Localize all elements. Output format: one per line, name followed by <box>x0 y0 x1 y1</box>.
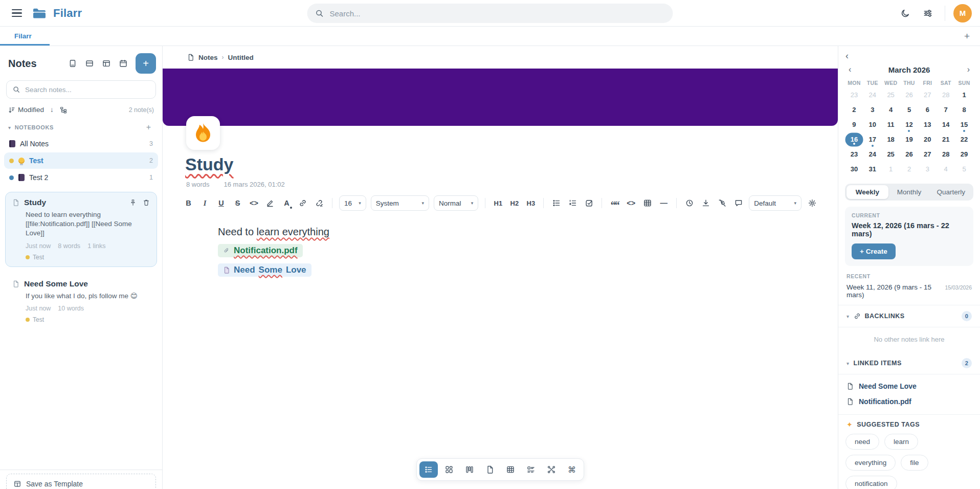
timestamp-button[interactable] <box>682 195 697 211</box>
paragraph-style-select[interactable]: Normal▾ <box>434 195 478 211</box>
linked-items-header[interactable]: ▾ LINKED ITEMS 2 <box>838 352 980 374</box>
calendar-day-6[interactable]: 6 <box>918 102 937 117</box>
horizontal-rule-button[interactable]: — <box>656 195 671 211</box>
calendar-day-14[interactable]: 14 <box>937 117 955 132</box>
calendar-day-12[interactable]: 12 <box>900 117 919 132</box>
calendar-day-18[interactable]: 18 <box>882 132 900 147</box>
calendar-day-26[interactable]: 26 <box>900 147 919 162</box>
sort-by-button[interactable]: Modified <box>8 106 44 114</box>
heading-2-button[interactable]: H2 <box>507 195 522 211</box>
calendar-day-29[interactable]: 29 <box>955 147 973 162</box>
calendar-day-24[interactable]: 24 <box>863 147 882 162</box>
calendar-day-5[interactable]: 5 <box>900 102 919 117</box>
note-link-need-some-love[interactable]: Need Some Love <box>218 263 311 277</box>
graph-view-button[interactable] <box>542 461 561 478</box>
add-notebook-button[interactable]: + <box>143 123 154 132</box>
breadcrumb-page[interactable]: Untitled <box>228 54 254 61</box>
calendar-day-20[interactable]: 20 <box>918 132 937 147</box>
font-family-select[interactable]: System▾ <box>371 195 429 211</box>
inline-code-button[interactable]: <> <box>247 195 261 211</box>
calendar-day-2[interactable]: 2 <box>845 102 863 117</box>
grid-view-button[interactable] <box>440 461 458 478</box>
create-week-note-button[interactable]: + Create <box>852 243 896 259</box>
breadcrumb-root[interactable]: Notes <box>198 54 218 61</box>
underline-button[interactable]: U <box>214 195 229 211</box>
calendar-day-25[interactable]: 25 <box>882 87 900 102</box>
next-month-button[interactable]: › <box>965 64 972 75</box>
code-block-button[interactable]: <> <box>623 195 638 211</box>
backlinks-header[interactable]: ▾ BACKLINKS 0 <box>838 305 980 327</box>
notes-search[interactable] <box>6 80 156 99</box>
tab-monthly[interactable]: Monthly <box>888 185 930 199</box>
dark-mode-toggle[interactable] <box>897 5 914 22</box>
suggested-tag-notification[interactable]: notification <box>845 476 897 489</box>
calendar-day-22[interactable]: 22 <box>955 132 973 147</box>
calendar-day-3[interactable]: 3 <box>918 162 937 176</box>
settings-button[interactable] <box>919 5 937 22</box>
notebook-item-all-notes[interactable]: All Notes3 <box>4 136 158 152</box>
linked-item-need-some-love[interactable]: Need Some Love <box>838 379 980 394</box>
ordered-list-button[interactable] <box>565 195 580 211</box>
comment-button[interactable] <box>731 195 746 211</box>
blockquote-button[interactable]: ““ <box>607 195 622 211</box>
tab-filarr[interactable]: Filarr <box>0 27 50 46</box>
list-view-button[interactable] <box>419 461 438 478</box>
calendar-day-27[interactable]: 27 <box>918 147 937 162</box>
text-color-button[interactable]: A <box>279 195 294 211</box>
link-button[interactable] <box>296 195 310 211</box>
linked-item-notification-pdf[interactable]: Notification.pdf <box>838 394 980 409</box>
calendar-day-13[interactable]: 13 <box>918 117 937 132</box>
style-preset-select[interactable]: Default▾ <box>749 195 801 211</box>
pin-icon[interactable] <box>129 199 137 206</box>
tab-weekly[interactable]: Weekly <box>847 185 888 199</box>
calendar-day-24[interactable]: 24 <box>863 87 882 102</box>
calendar-day-10[interactable]: 10 <box>863 117 882 132</box>
calendar-day-23[interactable]: 23 <box>845 87 863 102</box>
file-link-notification-pdf[interactable]: Notification.pdf <box>218 244 303 257</box>
calendar-day-9[interactable]: 9 <box>845 117 863 132</box>
highlight-button[interactable] <box>263 195 278 211</box>
suggested-tag-need[interactable]: need <box>845 434 879 450</box>
new-tab-button[interactable]: + <box>961 31 973 41</box>
suggested-tag-everything[interactable]: everything <box>845 455 896 471</box>
calendar-day-28[interactable]: 28 <box>937 87 955 102</box>
calendar-day-30[interactable]: 30 <box>845 162 863 176</box>
outline-view-button[interactable] <box>522 461 540 478</box>
bold-button[interactable]: B <box>181 195 196 211</box>
recent-week-row[interactable]: Week 11, 2026 (9 mars - 15 mars) 15/03/2… <box>838 281 980 305</box>
task-list-button[interactable] <box>582 195 596 211</box>
suggested-tag-learn[interactable]: learn <box>884 434 918 450</box>
notebook-item-test[interactable]: Test2 <box>4 152 158 169</box>
italic-button[interactable]: I <box>197 195 212 211</box>
list-view-button[interactable] <box>83 57 96 70</box>
notebook-item-test-2[interactable]: Test 21 <box>4 169 158 186</box>
calendar-day-1[interactable]: 1 <box>955 87 973 102</box>
calendar-day-11[interactable]: 11 <box>882 117 900 132</box>
editor-settings-button[interactable] <box>805 195 819 211</box>
font-size-select[interactable]: 16▾ <box>339 195 366 211</box>
card-view-button[interactable] <box>66 57 79 70</box>
calendar-day-5[interactable]: 5 <box>955 162 973 176</box>
calendar-day-8[interactable]: 8 <box>955 102 973 117</box>
note-content[interactable]: Need to learn everything Notification.pd… <box>163 211 838 277</box>
user-avatar[interactable]: M <box>953 4 972 23</box>
note-card-need-some-love[interactable]: Need Some LoveIf you like what I do, pls… <box>5 273 157 329</box>
calendar-day-19[interactable]: 19 <box>900 132 919 147</box>
calendar-day-31[interactable]: 31 <box>863 162 882 176</box>
note-card-study[interactable]: StudyNeed to learn everything [[file:Not… <box>5 192 157 267</box>
notes-search-input[interactable] <box>24 85 149 94</box>
tab-quarterly[interactable]: Quarterly <box>930 185 972 199</box>
collapse-sidebar-button[interactable]: ‹ <box>838 50 849 60</box>
sort-direction-button[interactable]: ↓ <box>50 106 54 114</box>
note-cover-banner[interactable] <box>163 69 838 126</box>
table-button[interactable] <box>640 195 655 211</box>
calendar-day-7[interactable]: 7 <box>937 102 955 117</box>
command-view-button[interactable]: ⌘ <box>563 461 581 478</box>
calendar-day-4[interactable]: 4 <box>937 162 955 176</box>
export-button[interactable] <box>698 195 713 211</box>
calendar-day-17[interactable]: 17 <box>863 132 882 147</box>
table-view-button[interactable] <box>501 461 520 478</box>
prev-month-button[interactable]: ‹ <box>847 64 853 75</box>
note-icon-button[interactable] <box>186 116 220 150</box>
add-note-button[interactable]: + <box>136 53 156 74</box>
